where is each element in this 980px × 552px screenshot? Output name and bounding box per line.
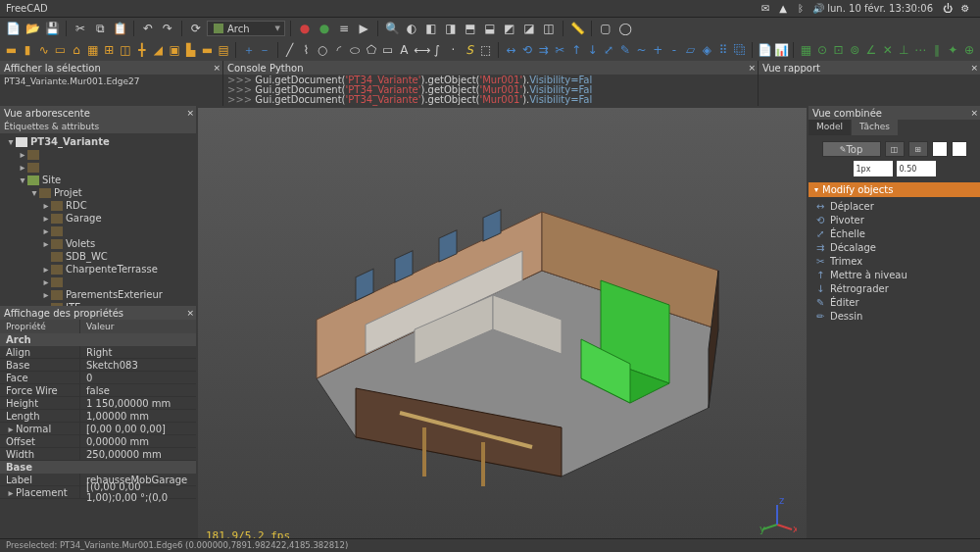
close-icon[interactable]: × <box>748 63 756 73</box>
modify-section-header[interactable]: ▾ Modify objects <box>808 182 980 197</box>
arch-panel-icon[interactable]: ▬ <box>200 41 215 59</box>
view-right-icon[interactable]: ⬓ <box>481 20 499 37</box>
prop-row[interactable]: Face0 <box>0 372 196 384</box>
draw-style-icon[interactable]: ◐ <box>403 20 420 37</box>
draft-arc-icon[interactable]: ◜ <box>331 41 346 59</box>
signal-icon[interactable]: ▲ <box>777 3 789 15</box>
prop-row[interactable]: Length1,00000 mm <box>0 410 196 423</box>
arch-window-icon[interactable]: ⊞ <box>102 41 117 59</box>
draft-wiretoBS-icon[interactable]: ~ <box>634 41 649 59</box>
tree-item[interactable]: ▾Projet <box>0 186 196 199</box>
zoom-fit-icon[interactable]: 🔍 <box>383 20 401 37</box>
save-icon[interactable]: 💾 <box>43 20 61 37</box>
arch-building-icon[interactable]: ⌂ <box>70 41 84 59</box>
snap-near-icon[interactable]: ⊕ <box>962 41 977 59</box>
draft-clone-icon[interactable]: ⿻ <box>732 41 747 59</box>
new-icon[interactable]: 📄 <box>4 20 22 37</box>
part-cylinder-icon[interactable]: ◯ <box>616 20 634 37</box>
arch-stairs-icon[interactable]: ▙ <box>183 41 198 59</box>
tree-item[interactable]: ▾PT34_Variante <box>0 135 196 148</box>
tree-item[interactable]: ▸ <box>0 225 196 237</box>
redo-icon[interactable]: ↷ <box>159 20 176 37</box>
arch-structure-icon[interactable]: ▮ <box>21 41 35 59</box>
prop-row[interactable]: ▸Placement[(0,00 0,00 1,00);0,00 °;(0,0 <box>0 486 196 499</box>
arch-space-icon[interactable]: ▣ <box>168 41 182 59</box>
combo-linewidth-field[interactable]: 1px <box>854 161 893 176</box>
task-item[interactable]: ✏Dessin <box>808 309 980 323</box>
tree-item[interactable]: ▸ <box>0 161 196 174</box>
arch-section-icon[interactable]: ◫ <box>119 41 133 59</box>
prop-row[interactable]: Width250,00000 mm <box>0 448 196 461</box>
combo-tab-tasks[interactable]: Tâches <box>852 120 898 135</box>
draft-upgrade-icon[interactable]: ↑ <box>569 41 584 59</box>
draft-point-icon[interactable]: · <box>446 41 461 59</box>
prop-row[interactable]: AlignRight <box>0 346 196 359</box>
combo-tab-model[interactable]: Model <box>808 120 851 135</box>
3d-viewport[interactable]: 181.9/5.2 fps x y z <box>198 108 807 552</box>
tree-item[interactable]: ▸Garage <box>0 212 196 225</box>
draft-draft2sk-icon[interactable]: ◈ <box>700 41 714 59</box>
draft-array-icon[interactable]: ⠿ <box>716 41 731 59</box>
task-item[interactable]: ✎Éditer <box>808 295 980 309</box>
tree-item[interactable]: ▸ <box>0 276 196 288</box>
close-icon[interactable]: × <box>186 308 194 318</box>
cut-icon[interactable]: ✂ <box>72 20 89 37</box>
chart-icon[interactable]: 📊 <box>773 41 788 59</box>
arch-add-icon[interactable]: ＋ <box>241 41 256 59</box>
draft-shape2d-icon[interactable]: ▱ <box>683 41 698 59</box>
combo-top-button[interactable]: ✎ Top <box>822 141 881 157</box>
sheet-icon[interactable]: 📄 <box>758 41 772 59</box>
tree-item[interactable]: SDB_WC <box>0 250 196 263</box>
view-rear-icon[interactable]: ◩ <box>501 20 518 37</box>
close-icon[interactable]: × <box>213 63 220 73</box>
snap-grid-icon[interactable]: ▦ <box>799 41 813 59</box>
close-icon[interactable]: × <box>970 108 978 118</box>
draft-rotate-icon[interactable]: ⟲ <box>520 41 535 59</box>
task-item[interactable]: ↓Rétrograder <box>808 281 980 295</box>
combo-color1-swatch[interactable] <box>932 141 948 157</box>
tree-item[interactable]: ▸Volets <box>0 237 196 250</box>
arch-remove-icon[interactable]: － <box>258 41 272 59</box>
draft-facebinder-icon[interactable]: ⬚ <box>478 41 493 59</box>
arch-frame-icon[interactable]: ▤ <box>217 41 231 59</box>
arch-rebar-icon[interactable]: ∿ <box>36 41 51 59</box>
snap-center-icon[interactable]: ⊚ <box>848 41 862 59</box>
task-item[interactable]: ✂Trimex <box>808 254 980 268</box>
task-item[interactable]: ↔Déplacer <box>808 199 980 213</box>
refresh-icon[interactable]: ⟳ <box>187 20 205 37</box>
prop-row[interactable]: Force Wirefalse <box>0 384 196 397</box>
draft-shapestring-icon[interactable]: S <box>463 41 477 59</box>
draft-offset-icon[interactable]: ⇉ <box>536 41 551 59</box>
snap-intersect-icon[interactable]: ✕ <box>880 41 895 59</box>
combo-plane-button[interactable]: ◫ <box>885 141 905 157</box>
python-console[interactable]: >>> Gui.getDocument('PT34_Variante').get… <box>223 75 758 106</box>
part-box-icon[interactable]: ▢ <box>597 20 614 37</box>
arch-wall-icon[interactable]: ▬ <box>4 41 19 59</box>
task-item[interactable]: ⟲Pivoter <box>808 213 980 226</box>
snap-parallel-icon[interactable]: ∥ <box>929 41 944 59</box>
draft-text-icon[interactable]: A <box>397 41 412 59</box>
draft-trimex-icon[interactable]: ✂ <box>553 41 567 59</box>
task-item[interactable]: ⤢Échelle <box>808 226 980 240</box>
snap-perp-icon[interactable]: ⊥ <box>897 41 911 59</box>
close-icon[interactable]: × <box>970 63 978 73</box>
undo-icon[interactable]: ↶ <box>139 20 157 37</box>
snap-ext-icon[interactable]: ⋯ <box>913 41 928 59</box>
draft-downgrade-icon[interactable]: ↓ <box>585 41 600 59</box>
tree-item[interactable]: ▸RDC <box>0 199 196 212</box>
draft-wire-icon[interactable]: ⌇ <box>299 41 314 59</box>
tree-item[interactable]: ▾Site <box>0 174 196 186</box>
task-item[interactable]: ↑Mettre à niveau <box>808 268 980 281</box>
macro-record-icon[interactable]: ● <box>296 20 314 37</box>
macro-stop-icon[interactable]: ● <box>316 20 333 37</box>
task-item[interactable]: ⇉Décalage <box>808 240 980 254</box>
copy-icon[interactable]: ⧉ <box>91 20 109 37</box>
view-iso-icon[interactable]: ◧ <box>422 20 440 37</box>
arch-roof-icon[interactable]: ◢ <box>151 41 166 59</box>
draft-line-icon[interactable]: ╱ <box>282 41 297 59</box>
draft-addpoint-icon[interactable]: + <box>651 41 665 59</box>
prop-row[interactable]: ▸Normal[0,00 0,00 0,00] <box>0 423 196 435</box>
tree-item[interactable]: ▸ <box>0 148 196 161</box>
draft-move-icon[interactable]: ↔ <box>504 41 518 59</box>
combo-color2-swatch[interactable] <box>952 141 967 157</box>
